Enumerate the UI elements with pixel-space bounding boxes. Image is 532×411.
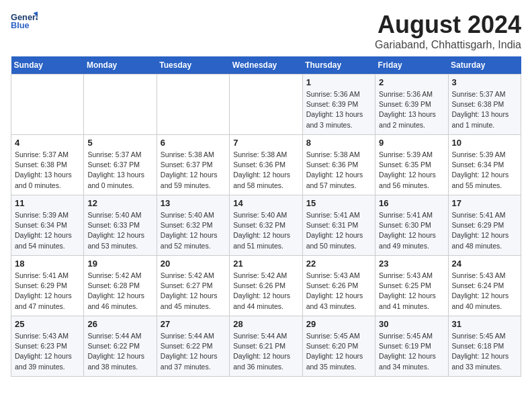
calendar-cell: 26Sunrise: 5:44 AM Sunset: 6:22 PM Dayli… [84,316,157,377]
day-info: Sunrise: 5:43 AM Sunset: 6:25 PM Dayligh… [379,271,444,312]
calendar-cell [157,75,229,135]
day-info: Sunrise: 5:41 AM Sunset: 6:31 PM Dayligh… [306,210,371,251]
day-number: 6 [161,138,226,148]
calendar-cell: 10Sunrise: 5:39 AM Sunset: 6:34 PM Dayli… [448,135,521,195]
day-info: Sunrise: 5:45 AM Sunset: 6:19 PM Dayligh… [379,331,444,372]
day-number: 26 [87,319,152,329]
day-info: Sunrise: 5:36 AM Sunset: 6:39 PM Dayligh… [306,89,371,130]
calendar-cell: 1Sunrise: 5:36 AM Sunset: 6:39 PM Daylig… [302,75,375,135]
calendar-header-cell: Monday [84,56,157,75]
page-header: General Blue August 2024 Gariaband, Chha… [11,11,521,51]
day-number: 18 [15,259,80,269]
day-info: Sunrise: 5:37 AM Sunset: 6:38 PM Dayligh… [15,150,80,191]
day-info: Sunrise: 5:41 AM Sunset: 6:30 PM Dayligh… [379,210,444,251]
day-info: Sunrise: 5:40 AM Sunset: 6:32 PM Dayligh… [161,210,226,251]
page-title: August 2024 [375,11,521,39]
calendar-cell: 24Sunrise: 5:43 AM Sunset: 6:24 PM Dayli… [448,256,521,316]
calendar-cell [84,75,157,135]
calendar-cell: 11Sunrise: 5:39 AM Sunset: 6:34 PM Dayli… [11,195,84,256]
calendar-header-cell: Thursday [302,56,375,75]
logo-icon: General Blue [11,11,38,30]
day-number: 5 [87,138,152,148]
calendar-cell: 23Sunrise: 5:43 AM Sunset: 6:25 PM Dayli… [375,256,448,316]
day-number: 4 [15,138,80,148]
day-info: Sunrise: 5:45 AM Sunset: 6:20 PM Dayligh… [306,331,371,372]
day-info: Sunrise: 5:44 AM Sunset: 6:22 PM Dayligh… [87,331,152,372]
day-number: 11 [15,198,80,208]
calendar-body: 1Sunrise: 5:36 AM Sunset: 6:39 PM Daylig… [11,75,521,377]
day-number: 9 [379,138,444,148]
day-number: 2 [379,77,444,87]
day-number: 30 [379,319,444,329]
calendar-header-cell: Saturday [448,56,521,75]
day-info: Sunrise: 5:43 AM Sunset: 6:24 PM Dayligh… [452,271,517,312]
day-number: 16 [379,198,444,208]
day-number: 31 [452,319,517,329]
day-info: Sunrise: 5:39 AM Sunset: 6:34 PM Dayligh… [15,210,80,251]
calendar-cell: 13Sunrise: 5:40 AM Sunset: 6:32 PM Dayli… [157,195,229,256]
day-number: 8 [306,138,371,148]
day-info: Sunrise: 5:44 AM Sunset: 6:21 PM Dayligh… [233,331,298,372]
day-info: Sunrise: 5:41 AM Sunset: 6:29 PM Dayligh… [15,271,80,312]
calendar-cell: 29Sunrise: 5:45 AM Sunset: 6:20 PM Dayli… [302,316,375,377]
day-info: Sunrise: 5:40 AM Sunset: 6:33 PM Dayligh… [87,210,152,251]
day-number: 15 [306,198,371,208]
day-info: Sunrise: 5:37 AM Sunset: 6:38 PM Dayligh… [452,89,517,130]
day-number: 22 [306,259,371,269]
day-info: Sunrise: 5:42 AM Sunset: 6:26 PM Dayligh… [233,271,298,312]
calendar-cell: 16Sunrise: 5:41 AM Sunset: 6:30 PM Dayli… [375,195,448,256]
day-info: Sunrise: 5:44 AM Sunset: 6:22 PM Dayligh… [161,331,226,372]
calendar-cell: 4Sunrise: 5:37 AM Sunset: 6:38 PM Daylig… [11,135,84,195]
day-number: 29 [306,319,371,329]
day-number: 12 [87,198,152,208]
day-number: 24 [452,259,517,269]
day-info: Sunrise: 5:40 AM Sunset: 6:32 PM Dayligh… [233,210,298,251]
day-number: 23 [379,259,444,269]
calendar-header-cell: Tuesday [157,56,229,75]
calendar-cell: 2Sunrise: 5:36 AM Sunset: 6:39 PM Daylig… [375,75,448,135]
calendar-cell [11,75,84,135]
day-info: Sunrise: 5:39 AM Sunset: 6:35 PM Dayligh… [379,150,444,191]
calendar-cell: 7Sunrise: 5:38 AM Sunset: 6:36 PM Daylig… [230,135,302,195]
calendar-cell: 3Sunrise: 5:37 AM Sunset: 6:38 PM Daylig… [448,75,521,135]
day-number: 19 [87,259,152,269]
title-block: August 2024 Gariaband, Chhattisgarh, Ind… [375,11,521,51]
calendar-cell: 22Sunrise: 5:43 AM Sunset: 6:26 PM Dayli… [302,256,375,316]
calendar-table: SundayMondayTuesdayWednesdayThursdayFrid… [11,56,521,377]
day-number: 27 [161,319,226,329]
calendar-week-row: 4Sunrise: 5:37 AM Sunset: 6:38 PM Daylig… [11,135,521,195]
day-info: Sunrise: 5:38 AM Sunset: 6:36 PM Dayligh… [306,150,371,191]
day-info: Sunrise: 5:38 AM Sunset: 6:36 PM Dayligh… [233,150,298,191]
calendar-cell [230,75,302,135]
day-info: Sunrise: 5:36 AM Sunset: 6:39 PM Dayligh… [379,89,444,130]
calendar-cell: 9Sunrise: 5:39 AM Sunset: 6:35 PM Daylig… [375,135,448,195]
calendar-cell: 28Sunrise: 5:44 AM Sunset: 6:21 PM Dayli… [230,316,302,377]
day-info: Sunrise: 5:42 AM Sunset: 6:27 PM Dayligh… [161,271,226,312]
calendar-cell: 20Sunrise: 5:42 AM Sunset: 6:27 PM Dayli… [157,256,229,316]
calendar-cell: 31Sunrise: 5:45 AM Sunset: 6:18 PM Dayli… [448,316,521,377]
day-info: Sunrise: 5:45 AM Sunset: 6:18 PM Dayligh… [452,331,517,372]
day-info: Sunrise: 5:42 AM Sunset: 6:28 PM Dayligh… [87,271,152,312]
day-number: 21 [233,259,298,269]
calendar-week-row: 18Sunrise: 5:41 AM Sunset: 6:29 PM Dayli… [11,256,521,316]
calendar-cell: 18Sunrise: 5:41 AM Sunset: 6:29 PM Dayli… [11,256,84,316]
day-number: 14 [233,198,298,208]
calendar-header-row: SundayMondayTuesdayWednesdayThursdayFrid… [11,56,521,75]
calendar-header-cell: Wednesday [230,56,302,75]
calendar-cell: 19Sunrise: 5:42 AM Sunset: 6:28 PM Dayli… [84,256,157,316]
day-number: 28 [233,319,298,329]
day-number: 17 [452,198,517,208]
day-number: 3 [452,77,517,87]
calendar-cell: 27Sunrise: 5:44 AM Sunset: 6:22 PM Dayli… [157,316,229,377]
day-number: 7 [233,138,298,148]
calendar-cell: 17Sunrise: 5:41 AM Sunset: 6:29 PM Dayli… [448,195,521,256]
calendar-cell: 25Sunrise: 5:43 AM Sunset: 6:23 PM Dayli… [11,316,84,377]
calendar-header-cell: Sunday [11,56,84,75]
day-number: 13 [161,198,226,208]
day-number: 25 [15,319,80,329]
calendar-week-row: 11Sunrise: 5:39 AM Sunset: 6:34 PM Dayli… [11,195,521,256]
day-info: Sunrise: 5:43 AM Sunset: 6:23 PM Dayligh… [15,331,80,372]
page-subtitle: Gariaband, Chhattisgarh, India [375,39,521,51]
calendar-week-row: 1Sunrise: 5:36 AM Sunset: 6:39 PM Daylig… [11,75,521,135]
calendar-cell: 15Sunrise: 5:41 AM Sunset: 6:31 PM Dayli… [302,195,375,256]
